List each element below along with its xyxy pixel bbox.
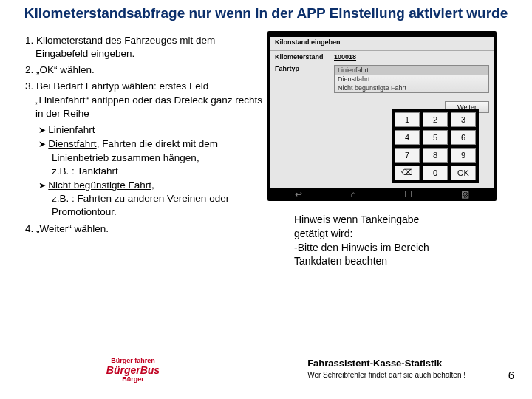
key-9[interactable]: 9	[451, 148, 476, 163]
key-backspace[interactable]: ⌫	[395, 166, 420, 180]
key-4[interactable]: 4	[395, 130, 420, 145]
key-7[interactable]: 7	[395, 148, 420, 163]
back-icon[interactable]: ↩	[295, 189, 302, 200]
phone-keypad: 1 2 3 4 5 6 7 8 9 ⌫ 0 OK	[392, 109, 479, 183]
phone-screenshot: Kilonstand eingeben Kilometerstand 10001…	[267, 31, 497, 201]
key-0[interactable]: 0	[423, 166, 448, 180]
instruction-list: 1. Kilometerstand des Fahrzeuges mit dem…	[15, 31, 263, 269]
footer-category: Fahrassistent-Kasse-Statistik Wer Schrei…	[307, 358, 466, 380]
step-3: 3. Bei Bedarf Fahrtyp wählen: erstes Fel…	[22, 80, 263, 120]
phone-type-dropdown[interactable]: Linienfahrt Dienstfahrt Nicht begünstigt…	[334, 65, 489, 93]
android-navbar: ↩ ⌂ ☐ ▧	[270, 189, 494, 200]
recent-icon[interactable]: ☐	[404, 189, 412, 200]
key-8[interactable]: 8	[423, 148, 448, 163]
step-4: 4. „Weiter“ wählen.	[22, 222, 263, 236]
key-ok[interactable]: OK	[451, 166, 476, 180]
dropdown-option[interactable]: Nicht begünstigte Fahrt	[335, 83, 488, 92]
key-3[interactable]: 3	[451, 112, 476, 127]
page-number: 6	[508, 369, 514, 381]
screenshot-icon[interactable]: ▧	[461, 189, 469, 200]
dropdown-option[interactable]: Dienstfahrt	[335, 75, 488, 83]
bullet-dienstfahrt: Dienstfahrt, Fahrten die direkt mit dem …	[38, 137, 263, 178]
bullet-linienfahrt: Linienfahrt	[38, 123, 263, 137]
bullet-nicht-beguenstigt: Nicht begünstigte Fahrt,z.B. : Fahrten z…	[38, 179, 263, 219]
phone-dialog-title: Kilonstand eingeben	[270, 37, 494, 51]
home-icon[interactable]: ⌂	[351, 189, 356, 200]
key-6[interactable]: 6	[451, 130, 476, 145]
buergerbus-logo: Bürger fahren BürgerBus Bürger	[103, 358, 163, 384]
phone-type-label: Fahrtyp	[275, 65, 334, 72]
step-1: 1. Kilometerstand des Fahrzeuges mit dem…	[22, 34, 263, 61]
tank-hint: Hinweis wenn Tankeingabe getätigt wird: …	[294, 213, 517, 269]
phone-km-label: Kilometerstand	[275, 53, 334, 61]
key-5[interactable]: 5	[423, 130, 448, 145]
phone-km-value[interactable]: 100018	[334, 53, 356, 61]
footer-disclaimer: Wer Schreibfehler findet darf sie auch b…	[307, 371, 466, 379]
step-2: 2. „OK“ wählen.	[22, 64, 263, 77]
key-2[interactable]: 2	[423, 112, 448, 127]
page-title: Kilometerstandsabfrage nur wenn in der A…	[0, 0, 532, 31]
dropdown-selected[interactable]: Linienfahrt	[335, 66, 488, 75]
key-1[interactable]: 1	[395, 112, 420, 127]
